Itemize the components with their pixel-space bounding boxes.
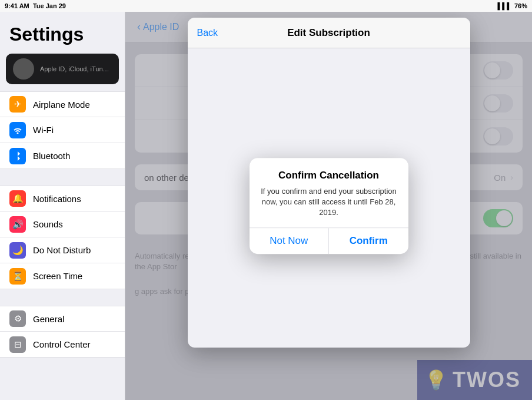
sidebar-divider-1: [0, 169, 125, 181]
sheet-back-button[interactable]: Back: [197, 28, 218, 38]
modal-overlay: Back Edit Subscription Confirm Cancellat…: [125, 12, 532, 400]
sheet-title: Edit Subscription: [287, 27, 370, 39]
confirm-dialog-content: Confirm Cancellation If you confirm and …: [250, 158, 408, 219]
status-bar: 9:41 AM Tue Jan 29 ▌▌▌ 76%: [0, 0, 532, 12]
sidebar: Settings Apple ID, iCloud, iTunes & ✈ Ai…: [0, 12, 125, 400]
confirm-dialog-buttons: Not Now Confirm: [250, 227, 408, 254]
screen-time-icon: ⏳: [9, 268, 26, 285]
avatar: [13, 58, 34, 80]
edit-subscription-sheet: Back Edit Subscription Confirm Cancellat…: [188, 18, 470, 348]
sidebar-title: Settings: [0, 12, 125, 51]
bluetooth-icon: [9, 148, 26, 164]
confirm-dialog-title: Confirm Cancellation: [259, 170, 399, 181]
confirm-dialog-message: If you confirm and end your subscription…: [259, 186, 399, 219]
battery-icon: 76%: [514, 2, 527, 9]
sheet-navbar: Back Edit Subscription: [188, 18, 470, 48]
airplane-icon: ✈: [9, 96, 26, 113]
main-content: ‹ Apple ID iTunes & App Stores: [125, 12, 532, 400]
wifi-icon: [9, 122, 26, 138]
control-center-icon: ⊟: [9, 336, 26, 353]
sidebar-item-sounds[interactable]: 🔊 Sounds: [0, 211, 125, 237]
sidebar-item-notifications[interactable]: 🔔 Notifications: [0, 186, 125, 211]
notifications-icon: 🔔: [9, 190, 26, 207]
sidebar-item-control-center[interactable]: ⊟ Control Center: [0, 332, 125, 358]
general-icon: ⚙: [9, 310, 26, 327]
sidebar-section-connectivity: ✈ Airplane Mode Wi-Fi Bluetooth: [0, 91, 125, 169]
sidebar-section-settings: 🔔 Notifications 🔊 Sounds 🌙 Do Not Distur…: [0, 186, 125, 289]
sidebar-profile[interactable]: Apple ID, iCloud, iTunes &: [6, 54, 119, 84]
confirm-dialog: Confirm Cancellation If you confirm and …: [250, 158, 408, 254]
wifi-icon: ▌▌▌: [498, 2, 511, 9]
status-time-date: 9:41 AM Tue Jan 29: [5, 2, 66, 9]
sidebar-item-wifi[interactable]: Wi-Fi: [0, 117, 125, 143]
sidebar-item-airplane-mode[interactable]: ✈ Airplane Mode: [0, 91, 125, 117]
sheet-body: Confirm Cancellation If you confirm and …: [188, 48, 470, 348]
confirm-button[interactable]: Confirm: [329, 228, 408, 254]
sounds-icon: 🔊: [9, 216, 26, 233]
sidebar-item-general[interactable]: ⚙ General: [0, 306, 125, 332]
sidebar-item-bluetooth[interactable]: Bluetooth: [0, 143, 125, 169]
sidebar-section-more: ⚙ General ⊟ Control Center: [0, 306, 125, 358]
status-indicators: ▌▌▌ 76%: [498, 2, 527, 9]
profile-text: Apple ID, iCloud, iTunes &: [40, 65, 112, 72]
sidebar-item-do-not-disturb[interactable]: 🌙 Do Not Disturb: [0, 237, 125, 263]
do-not-disturb-icon: 🌙: [9, 242, 26, 259]
sidebar-item-screen-time[interactable]: ⏳ Screen Time: [0, 263, 125, 289]
sidebar-divider-2: [0, 289, 125, 301]
not-now-button[interactable]: Not Now: [250, 228, 330, 254]
